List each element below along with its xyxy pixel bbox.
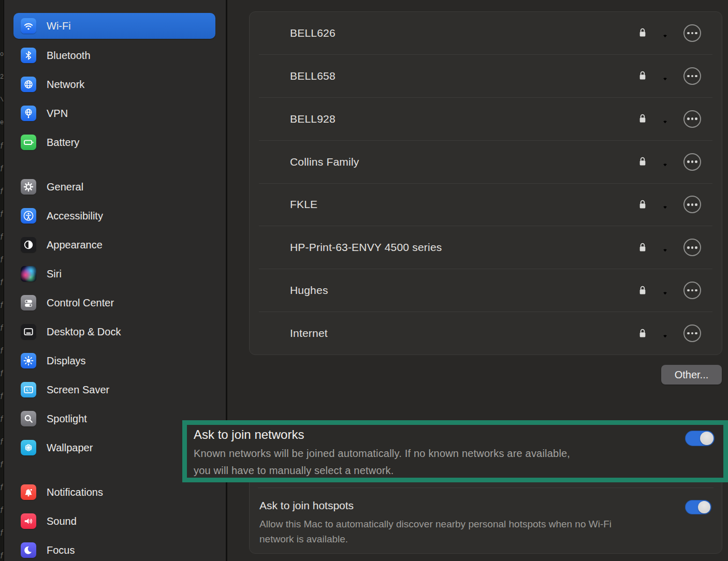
speaker-icon bbox=[21, 513, 36, 529]
ask-to-join-networks-title: Ask to join networks bbox=[194, 427, 723, 442]
sidebar-item-label: Notifications bbox=[47, 486, 103, 498]
network-row[interactable]: Internet bbox=[250, 312, 722, 355]
lock-icon bbox=[637, 285, 648, 297]
appearance-icon bbox=[21, 237, 36, 253]
sidebar-item-label: Desktop & Dock bbox=[47, 326, 121, 338]
more-options-button[interactable] bbox=[683, 153, 701, 171]
sidebar-item-label: Battery bbox=[47, 137, 79, 149]
sidebar-item-wifi[interactable]: Wi-Fi bbox=[13, 13, 215, 39]
more-options-button[interactable] bbox=[683, 239, 701, 256]
sidebar-item-label: Screen Saver bbox=[47, 384, 109, 396]
sidebar-item-focus[interactable]: Focus bbox=[13, 536, 215, 561]
wifi-signal-icon bbox=[658, 241, 672, 254]
network-name: BELL658 bbox=[290, 70, 336, 82]
more-options-button[interactable] bbox=[683, 282, 701, 299]
vpn-globe-icon bbox=[21, 106, 36, 121]
wifi-signal-icon bbox=[658, 113, 672, 125]
bluetooth-icon bbox=[21, 48, 36, 63]
more-options-button[interactable] bbox=[683, 196, 701, 213]
lock-icon bbox=[637, 156, 648, 168]
gear-icon bbox=[21, 179, 36, 195]
globe-icon bbox=[21, 77, 36, 92]
network-row[interactable]: BELL928 bbox=[250, 98, 722, 140]
sidebar-item-label: Sound bbox=[47, 515, 77, 527]
network-name: HP-Print-63-ENVY 4500 series bbox=[290, 241, 442, 254]
lock-icon bbox=[637, 27, 648, 39]
lock-icon bbox=[637, 113, 648, 125]
network-name: FKLE bbox=[290, 198, 317, 211]
sidebar-item-appearance[interactable]: Appearance bbox=[13, 230, 215, 259]
sidebar-item-battery[interactable]: Battery bbox=[13, 128, 215, 157]
ask-to-join-hotspots-toggle[interactable] bbox=[685, 500, 711, 514]
sidebar-item-label: Focus bbox=[47, 544, 75, 556]
more-options-button[interactable] bbox=[683, 24, 701, 42]
network-row[interactable]: Collins Family bbox=[250, 141, 722, 183]
flower-icon bbox=[21, 440, 36, 455]
more-options-button[interactable] bbox=[683, 110, 701, 128]
sidebar-item-displays[interactable]: Displays bbox=[13, 346, 215, 375]
sidebar-item-label: Wi-Fi bbox=[47, 20, 71, 32]
highlight-annotation-box: Ask to join networks Known networks will… bbox=[182, 420, 728, 482]
sidebar-section-gap bbox=[4, 157, 226, 172]
siri-orb-icon bbox=[21, 266, 36, 282]
sidebar-item-vpn[interactable]: VPN bbox=[13, 99, 215, 128]
network-name: Internet bbox=[290, 327, 328, 339]
lock-icon bbox=[637, 328, 648, 339]
ask-to-join-networks-description: Known networks will be joined automatica… bbox=[194, 445, 579, 479]
other-network-button[interactable]: Other... bbox=[661, 365, 722, 385]
network-name: Hughes bbox=[290, 284, 328, 297]
wifi-signal-icon bbox=[658, 327, 672, 339]
sidebar-item-label: Accessibility bbox=[47, 210, 103, 222]
desktop-window-icon bbox=[21, 324, 36, 339]
sidebar-item-label: Appearance bbox=[47, 239, 103, 251]
more-options-button[interactable] bbox=[683, 324, 701, 342]
sidebar-item-screen-saver[interactable]: Screen Saver bbox=[13, 375, 215, 404]
wifi-signal-icon bbox=[658, 198, 672, 211]
sidebar-item-label: VPN bbox=[47, 108, 68, 120]
sidebar-item-label: Control Center bbox=[47, 297, 114, 309]
network-row[interactable]: FKLE bbox=[250, 184, 722, 226]
network-row[interactable]: HP-Print-63-ENVY 4500 series bbox=[250, 226, 722, 269]
sidebar-item-desktop-dock[interactable]: Desktop & Dock bbox=[13, 317, 215, 346]
sidebar-item-label: Spotlight bbox=[47, 413, 87, 425]
sidebar-item-label: General bbox=[47, 181, 83, 193]
sidebar-item-siri[interactable]: Siri bbox=[13, 259, 215, 288]
lock-icon bbox=[637, 199, 648, 211]
accessibility-icon bbox=[21, 208, 36, 224]
sidebar-item-network[interactable]: Network bbox=[13, 70, 215, 99]
battery-icon bbox=[21, 135, 36, 150]
ask-to-join-networks-toggle[interactable] bbox=[685, 431, 715, 446]
sidebar-item-label: Displays bbox=[47, 355, 86, 367]
sidebar-item-label: Network bbox=[47, 79, 84, 91]
bell-icon bbox=[21, 484, 36, 500]
ask-to-join-hotspots-description: Allow this Mac to automatically discover… bbox=[259, 516, 622, 547]
ask-to-join-hotspots-row: Ask to join hotspots Allow this Mac to a… bbox=[250, 488, 722, 554]
ask-to-join-hotspots-title: Ask to join hotspots bbox=[259, 499, 711, 512]
sidebar-item-control-center[interactable]: Control Center bbox=[13, 288, 215, 317]
lock-icon bbox=[637, 242, 648, 254]
wifi-signal-icon bbox=[658, 156, 672, 168]
more-options-button[interactable] bbox=[683, 67, 701, 85]
sidebar-item-label: Bluetooth bbox=[47, 50, 91, 62]
network-row[interactable]: BELL658 bbox=[250, 55, 722, 97]
network-row[interactable]: Hughes bbox=[250, 269, 722, 312]
network-row[interactable]: BELL626 bbox=[250, 12, 722, 54]
sidebar-item-bluetooth[interactable]: Bluetooth bbox=[13, 41, 215, 70]
lock-icon bbox=[637, 70, 648, 82]
network-name: BELL626 bbox=[290, 27, 336, 39]
background-left-edge: o2\eƒƒƒƒƒƒƒƒƒƒƒƒƒƒƒƒƒƒƒ bbox=[0, 0, 4, 561]
wifi-signal-icon bbox=[658, 284, 672, 297]
toggles-icon bbox=[21, 295, 36, 311]
wifi-icon bbox=[21, 18, 36, 34]
sidebar-item-label: Wallpaper bbox=[47, 442, 93, 454]
search-icon bbox=[21, 411, 36, 426]
sun-icon bbox=[21, 353, 36, 368]
wifi-network-list: BELL626 BELL658 BELL928 Collins Family bbox=[249, 11, 722, 355]
sidebar-item-sound[interactable]: Sound bbox=[13, 507, 215, 536]
wifi-signal-icon bbox=[658, 70, 672, 82]
sidebar-item-general[interactable]: General bbox=[13, 172, 215, 201]
network-name: BELL928 bbox=[290, 113, 336, 125]
sidebar-item-accessibility[interactable]: Accessibility bbox=[13, 201, 215, 230]
network-name: Collins Family bbox=[290, 156, 359, 168]
moon-icon bbox=[21, 542, 36, 558]
